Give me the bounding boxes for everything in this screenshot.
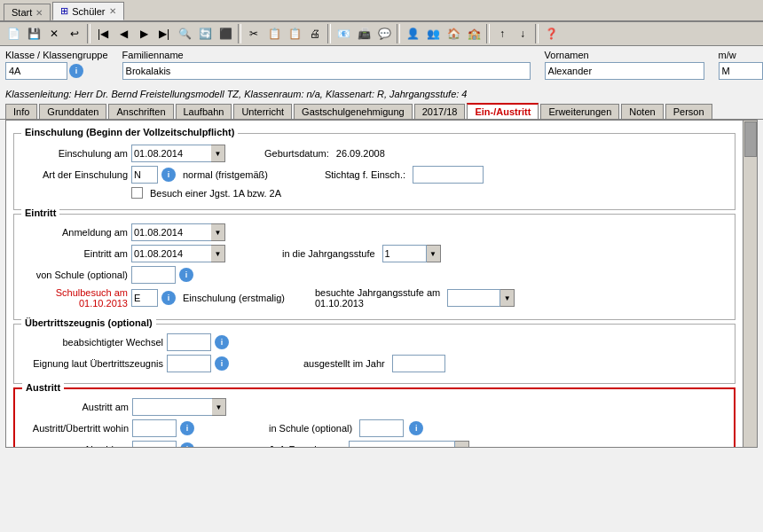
tab-schueler-close[interactable]: ✕ (109, 6, 116, 16)
tab-erweiterungen[interactable]: Erweiterungen (540, 104, 619, 119)
austritt-am-dropdown[interactable]: ▼ (212, 398, 226, 416)
btn-first[interactable]: |◀ (93, 24, 113, 43)
btn-down[interactable]: ↓ (513, 24, 532, 43)
tab-grunddaten[interactable]: Grunddaten (39, 104, 106, 119)
familienname-label: Familienname (122, 50, 531, 60)
uebertritt-section: Übertrittszeugnis (optional) beabsichtig… (13, 324, 735, 384)
scrollbar-thumb[interactable] (744, 121, 757, 157)
austritt-am-combo: ▼ (132, 398, 226, 416)
btn-restore[interactable]: ↩ (65, 24, 84, 43)
joa-input[interactable] (349, 441, 455, 447)
eintritt-am-combo: ▼ (131, 245, 225, 262)
in-schule-info-icon[interactable]: i (409, 421, 423, 435)
eintritt-title: Eintritt (21, 207, 59, 218)
tab-unterricht[interactable]: Unterricht (233, 104, 292, 119)
eintritt-am-row: Eintritt am ▼ in die Jahrgangsstufe ▼ (21, 245, 728, 262)
btn-refresh[interactable]: 🔄 (195, 24, 215, 43)
familienname-input[interactable] (122, 62, 531, 80)
joa-label: JoA-Fragebogen (269, 444, 342, 447)
von-schule-input[interactable] (131, 266, 176, 284)
schulbesuch-label: Schulbesuch am 01.10.2013 (21, 287, 128, 309)
beabsichtigt-input[interactable] (167, 333, 211, 351)
tab-laufbahn[interactable]: Laufbahn (176, 104, 232, 119)
abschluss-info-icon[interactable]: i (180, 442, 194, 447)
btn-copy[interactable]: 📋 (264, 24, 284, 43)
eintritt-am-input[interactable] (131, 245, 211, 262)
tab-anschriften[interactable]: Anschriften (108, 104, 173, 119)
scrollbar[interactable] (743, 121, 757, 447)
tab-noten[interactable]: Noten (621, 104, 663, 119)
vornamen-label: Vornamen (545, 50, 704, 60)
klasse-info-icon[interactable]: i (69, 64, 83, 78)
tab-start-close[interactable]: ✕ (35, 8, 43, 18)
abschluss-input[interactable] (132, 441, 177, 447)
uebertritt-wohin-input[interactable] (132, 419, 177, 437)
anmeldung-am-input[interactable] (131, 223, 211, 241)
eintritt-am-dropdown[interactable]: ▼ (211, 245, 225, 262)
einschulung-am-dropdown[interactable]: ▼ (211, 145, 225, 162)
uebertritt-wohin-info-icon[interactable]: i (180, 421, 194, 435)
uebertritt-wohin-label: Austritt/Übertritt wohin (22, 423, 129, 434)
anmeldung-am-dropdown[interactable]: ▼ (211, 223, 225, 241)
schulbesuch-info-icon[interactable]: i (161, 291, 176, 305)
tab-gastschul[interactable]: Gastschulgenehmigung (294, 104, 413, 119)
mw-input[interactable] (719, 62, 763, 80)
btn-sms[interactable]: 💬 (374, 24, 394, 43)
toolbar: 📄 💾 ✕ ↩ |◀ ◀ ▶ ▶| 🔍 🔄 ⬛ ✂ 📋 📋 🖨 📧 📠 💬 👤 … (0, 22, 763, 46)
btn-paste[interactable]: 📋 (285, 24, 304, 43)
btn-person[interactable]: 👤 (403, 24, 422, 43)
stichtag-label: Stichtag f. Einsch.: (325, 169, 405, 180)
btn-up[interactable]: ↑ (492, 24, 512, 43)
btn-reload[interactable]: ⬛ (216, 24, 235, 43)
tab-ein-austritt[interactable]: Ein-/Austritt (467, 103, 539, 119)
klasse-input[interactable] (5, 62, 67, 80)
ausgestellt-input[interactable] (392, 355, 445, 372)
btn-next[interactable]: ▶ (134, 24, 153, 43)
von-schule-info-icon[interactable]: i (179, 268, 193, 282)
btn-fax[interactable]: 📠 (354, 24, 374, 43)
table-icon: ⊞ (60, 5, 68, 17)
besuchte-input[interactable] (447, 289, 500, 307)
tab-bar: Start ✕ ⊞ Schüler ✕ (0, 0, 763, 22)
btn-email[interactable]: 📧 (334, 24, 353, 43)
austritt-am-input[interactable] (132, 398, 212, 416)
class-info-text: Klassenleitung: Herr Dr. Bernd Freistell… (5, 89, 468, 99)
btn-school[interactable]: 🏫 (464, 24, 484, 43)
tab-info[interactable]: Info (5, 104, 37, 119)
btn-new[interactable]: 📄 (4, 24, 23, 43)
tab-2017[interactable]: 2017/18 (414, 104, 466, 119)
einschulung-title: Einschulung (Beginn der Vollzeitschulpfl… (21, 127, 238, 137)
art-info-icon[interactable]: i (161, 168, 176, 182)
btn-home[interactable]: 🏠 (444, 24, 463, 43)
vornamen-input[interactable] (545, 62, 704, 80)
btn-help[interactable]: ❓ (541, 24, 561, 43)
eignung-info-icon[interactable]: i (215, 356, 229, 371)
btn-last[interactable]: ▶| (154, 24, 174, 43)
anmeldung-am-label: Anmeldung am (21, 227, 128, 238)
btn-search[interactable]: 🔍 (175, 24, 194, 43)
btn-prev[interactable]: ◀ (114, 24, 133, 43)
in-schule-input[interactable] (359, 419, 404, 437)
schulbesuch-code-input[interactable] (131, 289, 158, 307)
tab-start[interactable]: Start ✕ (4, 4, 51, 20)
art-einschulung-row: Art der Einschulung i normal (fristgemäß… (21, 166, 728, 184)
jahrgangsstufe-dropdown[interactable]: ▼ (427, 245, 441, 262)
stichtag-input[interactable] (413, 166, 484, 184)
btn-delete[interactable]: ✕ (44, 24, 64, 43)
tab-schueler[interactable]: ⊞ Schüler ✕ (52, 2, 123, 20)
einschulung-am-input[interactable] (131, 145, 211, 162)
tab-person[interactable]: Person (665, 104, 712, 119)
btn-group[interactable]: 👥 (423, 24, 443, 43)
eignung-input[interactable] (167, 355, 211, 372)
btn-cut[interactable]: ✂ (244, 24, 264, 43)
btn-save[interactable]: 💾 (24, 24, 43, 43)
joa-dropdown[interactable]: ▼ (455, 441, 469, 447)
art-input[interactable] (131, 166, 158, 184)
jahrgangsstufe-input[interactable] (382, 245, 427, 262)
btn-print[interactable]: 🖨 (305, 24, 325, 43)
besuchte-dropdown[interactable]: ▼ (500, 289, 515, 307)
besuch-checkbox[interactable] (131, 187, 143, 199)
beabsichtigt-label: beabsichtigter Wechsel (21, 337, 163, 348)
beabsichtigt-info-icon[interactable]: i (215, 335, 229, 349)
uebertritt-title: Übertrittszeugnis (optional) (21, 317, 156, 328)
